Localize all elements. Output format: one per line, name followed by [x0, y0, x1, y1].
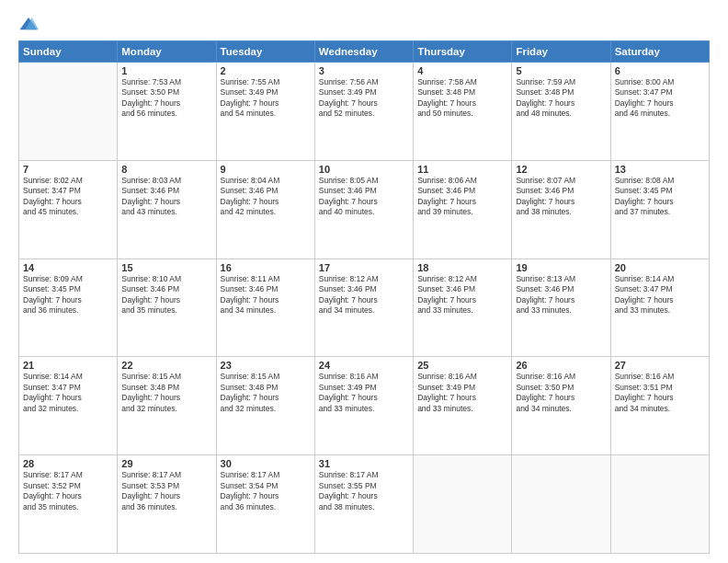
calendar-cell: 4Sunrise: 7:58 AMSunset: 3:48 PMDaylight… [414, 63, 512, 161]
day-info: Sunrise: 7:55 AMSunset: 3:49 PMDaylight:… [221, 77, 311, 120]
day-number: 27 [615, 360, 705, 371]
day-number: 18 [417, 262, 507, 273]
day-info: Sunrise: 8:12 AMSunset: 3:46 PMDaylight:… [417, 274, 507, 316]
day-number: 9 [221, 164, 311, 175]
calendar-cell: 18Sunrise: 8:12 AMSunset: 3:46 PMDayligh… [414, 259, 512, 357]
day-info: Sunrise: 8:05 AMSunset: 3:46 PMDaylight:… [319, 176, 409, 218]
calendar-header-sunday: Sunday [19, 41, 118, 63]
calendar-cell: 17Sunrise: 8:12 AMSunset: 3:46 PMDayligh… [314, 259, 413, 357]
calendar-cell: 15Sunrise: 8:10 AMSunset: 3:46 PMDayligh… [118, 259, 216, 357]
day-number: 10 [319, 164, 409, 175]
calendar-cell: 29Sunrise: 8:17 AMSunset: 3:53 PMDayligh… [118, 455, 216, 554]
day-info: Sunrise: 8:03 AMSunset: 3:46 PMDaylight:… [121, 176, 211, 218]
logo [18, 17, 40, 35]
calendar-cell: 8Sunrise: 8:03 AMSunset: 3:46 PMDaylight… [118, 160, 216, 259]
day-number: 28 [23, 458, 113, 469]
day-info: Sunrise: 8:10 AMSunset: 3:46 PMDaylight:… [121, 274, 211, 316]
calendar-cell: 23Sunrise: 8:15 AMSunset: 3:48 PMDayligh… [216, 357, 314, 455]
calendar-week-row: 7Sunrise: 8:02 AMSunset: 3:47 PMDaylight… [19, 160, 710, 259]
calendar-table: SundayMondayTuesdayWednesdayThursdayFrid… [18, 40, 710, 554]
day-number: 12 [516, 164, 606, 175]
day-info: Sunrise: 7:53 AMSunset: 3:50 PMDaylight:… [121, 77, 211, 120]
day-number: 24 [319, 360, 409, 371]
day-info: Sunrise: 8:17 AMSunset: 3:54 PMDaylight:… [221, 470, 311, 512]
day-number: 26 [516, 360, 606, 371]
header [18, 17, 710, 35]
day-info: Sunrise: 8:13 AMSunset: 3:46 PMDaylight:… [516, 274, 606, 316]
day-info: Sunrise: 8:14 AMSunset: 3:47 PMDaylight:… [615, 274, 705, 316]
calendar-header-wednesday: Wednesday [314, 41, 413, 63]
day-info: Sunrise: 8:09 AMSunset: 3:45 PMDaylight:… [23, 274, 113, 316]
calendar-cell: 2Sunrise: 7:55 AMSunset: 3:49 PMDaylight… [216, 63, 314, 161]
day-number: 21 [23, 360, 113, 371]
day-number: 2 [221, 65, 311, 76]
calendar-cell: 27Sunrise: 8:16 AMSunset: 3:51 PMDayligh… [610, 357, 709, 455]
day-number: 14 [23, 262, 113, 273]
calendar-header-tuesday: Tuesday [216, 41, 314, 63]
day-number: 31 [319, 458, 409, 469]
page: SundayMondayTuesdayWednesdayThursdayFrid… [0, 0, 728, 563]
calendar-cell: 20Sunrise: 8:14 AMSunset: 3:47 PMDayligh… [610, 259, 709, 357]
day-number: 23 [221, 360, 311, 371]
calendar-cell: 13Sunrise: 8:08 AMSunset: 3:45 PMDayligh… [610, 160, 709, 259]
calendar-cell: 16Sunrise: 8:11 AMSunset: 3:46 PMDayligh… [216, 259, 314, 357]
day-number: 11 [417, 164, 507, 175]
calendar-cell: 11Sunrise: 8:06 AMSunset: 3:46 PMDayligh… [414, 160, 512, 259]
day-info: Sunrise: 8:14 AMSunset: 3:47 PMDaylight:… [23, 372, 113, 414]
calendar-cell: 9Sunrise: 8:04 AMSunset: 3:46 PMDaylight… [216, 160, 314, 259]
calendar-cell: 14Sunrise: 8:09 AMSunset: 3:45 PMDayligh… [19, 259, 118, 357]
calendar-cell: 1Sunrise: 7:53 AMSunset: 3:50 PMDaylight… [118, 63, 216, 161]
calendar-cell: 30Sunrise: 8:17 AMSunset: 3:54 PMDayligh… [216, 455, 314, 554]
day-info: Sunrise: 8:00 AMSunset: 3:47 PMDaylight:… [615, 77, 705, 120]
calendar-cell: 7Sunrise: 8:02 AMSunset: 3:47 PMDaylight… [19, 160, 118, 259]
day-info: Sunrise: 8:15 AMSunset: 3:48 PMDaylight:… [221, 372, 311, 414]
day-number: 5 [516, 65, 606, 76]
calendar-week-row: 21Sunrise: 8:14 AMSunset: 3:47 PMDayligh… [19, 357, 710, 455]
day-number: 30 [221, 458, 311, 469]
calendar-week-row: 14Sunrise: 8:09 AMSunset: 3:45 PMDayligh… [19, 259, 710, 357]
calendar-header-monday: Monday [118, 41, 216, 63]
calendar-header-friday: Friday [512, 41, 610, 63]
day-number: 6 [615, 65, 705, 76]
calendar-cell: 31Sunrise: 8:17 AMSunset: 3:55 PMDayligh… [314, 455, 413, 554]
calendar-cell: 26Sunrise: 8:16 AMSunset: 3:50 PMDayligh… [512, 357, 610, 455]
calendar-week-row: 1Sunrise: 7:53 AMSunset: 3:50 PMDaylight… [19, 63, 710, 161]
calendar-cell [610, 455, 709, 554]
calendar-cell [19, 63, 118, 161]
day-number: 25 [417, 360, 507, 371]
day-number: 4 [417, 65, 507, 76]
calendar-cell: 24Sunrise: 8:16 AMSunset: 3:49 PMDayligh… [314, 357, 413, 455]
calendar-cell: 22Sunrise: 8:15 AMSunset: 3:48 PMDayligh… [118, 357, 216, 455]
day-info: Sunrise: 8:04 AMSunset: 3:46 PMDaylight:… [221, 176, 311, 218]
day-info: Sunrise: 8:16 AMSunset: 3:50 PMDaylight:… [516, 372, 606, 414]
day-number: 15 [121, 262, 211, 273]
day-info: Sunrise: 8:06 AMSunset: 3:46 PMDaylight:… [417, 176, 507, 218]
day-info: Sunrise: 8:07 AMSunset: 3:46 PMDaylight:… [516, 176, 606, 218]
calendar-header-thursday: Thursday [414, 41, 512, 63]
day-info: Sunrise: 7:59 AMSunset: 3:48 PMDaylight:… [516, 77, 606, 120]
day-number: 29 [121, 458, 211, 469]
calendar-cell: 5Sunrise: 7:59 AMSunset: 3:48 PMDaylight… [512, 63, 610, 161]
logo-icon [18, 15, 39, 35]
day-info: Sunrise: 8:16 AMSunset: 3:49 PMDaylight:… [319, 372, 409, 414]
calendar-header-saturday: Saturday [610, 41, 709, 63]
calendar-week-row: 28Sunrise: 8:17 AMSunset: 3:52 PMDayligh… [19, 455, 710, 554]
day-info: Sunrise: 8:16 AMSunset: 3:51 PMDaylight:… [615, 372, 705, 414]
day-number: 13 [615, 164, 705, 175]
day-number: 22 [121, 360, 211, 371]
day-info: Sunrise: 8:08 AMSunset: 3:45 PMDaylight:… [615, 176, 705, 218]
day-number: 8 [121, 164, 211, 175]
calendar-cell: 10Sunrise: 8:05 AMSunset: 3:46 PMDayligh… [314, 160, 413, 259]
day-number: 7 [23, 164, 113, 175]
day-info: Sunrise: 8:17 AMSunset: 3:53 PMDaylight:… [121, 470, 211, 512]
day-number: 19 [516, 262, 606, 273]
day-info: Sunrise: 8:16 AMSunset: 3:49 PMDaylight:… [417, 372, 507, 414]
day-info: Sunrise: 7:56 AMSunset: 3:49 PMDaylight:… [319, 77, 409, 120]
calendar-header-row: SundayMondayTuesdayWednesdayThursdayFrid… [19, 41, 710, 63]
day-number: 3 [319, 65, 409, 76]
day-number: 20 [615, 262, 705, 273]
day-info: Sunrise: 8:02 AMSunset: 3:47 PMDaylight:… [23, 176, 113, 218]
day-number: 17 [319, 262, 409, 273]
calendar-cell: 21Sunrise: 8:14 AMSunset: 3:47 PMDayligh… [19, 357, 118, 455]
day-info: Sunrise: 8:11 AMSunset: 3:46 PMDaylight:… [221, 274, 311, 316]
